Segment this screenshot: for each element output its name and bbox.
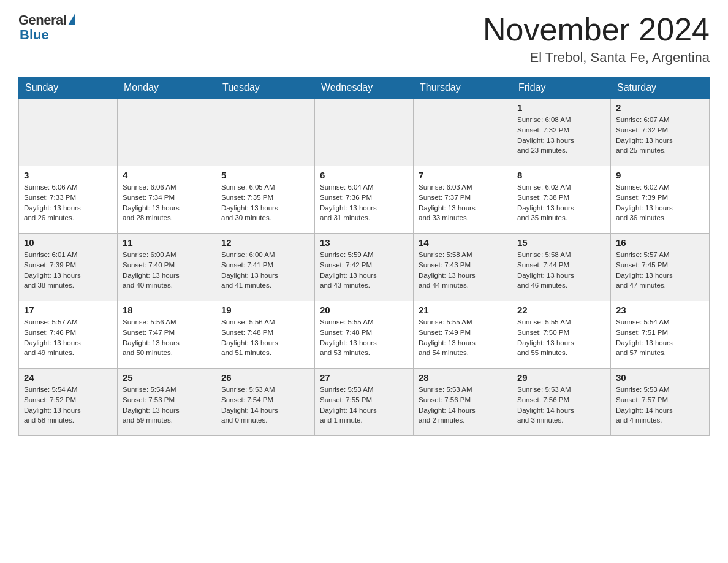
day-info: Sunrise: 5:57 AM Sunset: 7:45 PM Dayligh… — [616, 250, 704, 291]
day-number: 29 — [517, 372, 605, 383]
calendar-cell: 25Sunrise: 5:54 AM Sunset: 7:53 PM Dayli… — [118, 369, 216, 436]
calendar-cell — [216, 99, 315, 166]
day-number: 19 — [221, 305, 309, 315]
day-info: Sunrise: 5:59 AM Sunset: 7:42 PM Dayligh… — [320, 250, 408, 291]
day-info: Sunrise: 5:54 AM Sunset: 7:53 PM Dayligh… — [123, 385, 211, 426]
page-header: General Blue November 2024 El Trebol, Sa… — [18, 12, 710, 66]
calendar-cell — [315, 99, 414, 166]
day-number: 20 — [320, 305, 408, 315]
day-number: 26 — [221, 372, 309, 383]
day-info: Sunrise: 5:57 AM Sunset: 7:46 PM Dayligh… — [24, 317, 112, 358]
day-number: 9 — [616, 170, 704, 180]
logo-general-text: General — [18, 12, 66, 28]
day-number: 14 — [419, 237, 507, 248]
day-number: 11 — [123, 237, 211, 248]
weekday-header-friday: Friday — [512, 77, 611, 99]
title-section: November 2024 El Trebol, Santa Fe, Argen… — [483, 12, 710, 66]
day-info: Sunrise: 6:06 AM Sunset: 7:33 PM Dayligh… — [24, 182, 112, 223]
day-info: Sunrise: 5:58 AM Sunset: 7:44 PM Dayligh… — [517, 250, 605, 291]
calendar-cell: 4Sunrise: 6:06 AM Sunset: 7:34 PM Daylig… — [118, 166, 216, 234]
day-number: 2 — [616, 102, 704, 113]
calendar-cell: 11Sunrise: 6:00 AM Sunset: 7:40 PM Dayli… — [118, 234, 216, 301]
weekday-header-tuesday: Tuesday — [216, 77, 315, 99]
day-number: 22 — [517, 305, 605, 315]
calendar-cell: 10Sunrise: 6:01 AM Sunset: 7:39 PM Dayli… — [19, 234, 118, 301]
logo-blue-text: Blue — [20, 27, 49, 43]
day-info: Sunrise: 6:05 AM Sunset: 7:35 PM Dayligh… — [221, 182, 309, 223]
calendar-cell: 12Sunrise: 6:00 AM Sunset: 7:41 PM Dayli… — [216, 234, 315, 301]
day-number: 8 — [517, 170, 605, 180]
calendar-cell: 21Sunrise: 5:55 AM Sunset: 7:49 PM Dayli… — [414, 301, 512, 369]
day-number: 1 — [517, 102, 605, 113]
day-info: Sunrise: 6:00 AM Sunset: 7:41 PM Dayligh… — [221, 250, 309, 291]
day-number: 13 — [320, 237, 408, 248]
day-info: Sunrise: 6:08 AM Sunset: 7:32 PM Dayligh… — [517, 115, 605, 156]
calendar-table: SundayMondayTuesdayWednesdayThursdayFrid… — [18, 77, 710, 436]
weekday-header-saturday: Saturday — [611, 77, 710, 99]
day-number: 7 — [419, 170, 507, 180]
day-number: 18 — [123, 305, 211, 315]
logo: General Blue — [18, 12, 75, 43]
calendar-cell: 3Sunrise: 6:06 AM Sunset: 7:33 PM Daylig… — [19, 166, 118, 234]
calendar-cell: 1Sunrise: 6:08 AM Sunset: 7:32 PM Daylig… — [512, 99, 611, 166]
calendar-row-1: 1Sunrise: 6:08 AM Sunset: 7:32 PM Daylig… — [19, 99, 710, 166]
day-number: 17 — [24, 305, 112, 315]
calendar-cell: 28Sunrise: 5:53 AM Sunset: 7:56 PM Dayli… — [414, 369, 512, 436]
day-number: 21 — [419, 305, 507, 315]
calendar-cell: 23Sunrise: 5:54 AM Sunset: 7:51 PM Dayli… — [611, 301, 710, 369]
calendar-cell: 6Sunrise: 6:04 AM Sunset: 7:36 PM Daylig… — [315, 166, 414, 234]
day-number: 4 — [123, 170, 211, 180]
location-text: El Trebol, Santa Fe, Argentina — [483, 50, 710, 66]
day-info: Sunrise: 5:56 AM Sunset: 7:47 PM Dayligh… — [123, 317, 211, 358]
day-info: Sunrise: 6:02 AM Sunset: 7:39 PM Dayligh… — [616, 182, 704, 223]
day-info: Sunrise: 5:53 AM Sunset: 7:57 PM Dayligh… — [616, 385, 704, 426]
calendar-cell: 27Sunrise: 5:53 AM Sunset: 7:55 PM Dayli… — [315, 369, 414, 436]
day-number: 5 — [221, 170, 309, 180]
calendar-cell: 13Sunrise: 5:59 AM Sunset: 7:42 PM Dayli… — [315, 234, 414, 301]
day-info: Sunrise: 6:03 AM Sunset: 7:37 PM Dayligh… — [419, 182, 507, 223]
calendar-cell: 16Sunrise: 5:57 AM Sunset: 7:45 PM Dayli… — [611, 234, 710, 301]
calendar-cell: 22Sunrise: 5:55 AM Sunset: 7:50 PM Dayli… — [512, 301, 611, 369]
day-info: Sunrise: 5:55 AM Sunset: 7:48 PM Dayligh… — [320, 317, 408, 358]
day-number: 28 — [419, 372, 507, 383]
day-info: Sunrise: 5:55 AM Sunset: 7:49 PM Dayligh… — [419, 317, 507, 358]
calendar-row-4: 17Sunrise: 5:57 AM Sunset: 7:46 PM Dayli… — [19, 301, 710, 369]
day-info: Sunrise: 5:54 AM Sunset: 7:51 PM Dayligh… — [616, 317, 704, 358]
day-info: Sunrise: 5:53 AM Sunset: 7:54 PM Dayligh… — [221, 385, 309, 426]
calendar-cell: 24Sunrise: 5:54 AM Sunset: 7:52 PM Dayli… — [19, 369, 118, 436]
day-number: 15 — [517, 237, 605, 248]
month-title: November 2024 — [483, 12, 710, 47]
day-info: Sunrise: 6:01 AM Sunset: 7:39 PM Dayligh… — [24, 250, 112, 291]
calendar-cell: 17Sunrise: 5:57 AM Sunset: 7:46 PM Dayli… — [19, 301, 118, 369]
day-number: 30 — [616, 372, 704, 383]
day-number: 10 — [24, 237, 112, 248]
day-number: 16 — [616, 237, 704, 248]
calendar-cell: 2Sunrise: 6:07 AM Sunset: 7:32 PM Daylig… — [611, 99, 710, 166]
calendar-row-5: 24Sunrise: 5:54 AM Sunset: 7:52 PM Dayli… — [19, 369, 710, 436]
calendar-cell: 15Sunrise: 5:58 AM Sunset: 7:44 PM Dayli… — [512, 234, 611, 301]
day-number: 12 — [221, 237, 309, 248]
calendar-cell — [118, 99, 216, 166]
day-number: 27 — [320, 372, 408, 383]
day-info: Sunrise: 6:00 AM Sunset: 7:40 PM Dayligh… — [123, 250, 211, 291]
calendar-row-2: 3Sunrise: 6:06 AM Sunset: 7:33 PM Daylig… — [19, 166, 710, 234]
day-info: Sunrise: 5:55 AM Sunset: 7:50 PM Dayligh… — [517, 317, 605, 358]
day-number: 24 — [24, 372, 112, 383]
day-info: Sunrise: 5:54 AM Sunset: 7:52 PM Dayligh… — [24, 385, 112, 426]
calendar-cell: 14Sunrise: 5:58 AM Sunset: 7:43 PM Dayli… — [414, 234, 512, 301]
day-info: Sunrise: 6:04 AM Sunset: 7:36 PM Dayligh… — [320, 182, 408, 223]
day-number: 6 — [320, 170, 408, 180]
weekday-header-thursday: Thursday — [414, 77, 512, 99]
day-info: Sunrise: 5:53 AM Sunset: 7:56 PM Dayligh… — [517, 385, 605, 426]
weekday-header-monday: Monday — [118, 77, 216, 99]
calendar-row-3: 10Sunrise: 6:01 AM Sunset: 7:39 PM Dayli… — [19, 234, 710, 301]
day-info: Sunrise: 5:56 AM Sunset: 7:48 PM Dayligh… — [221, 317, 309, 358]
calendar-cell: 29Sunrise: 5:53 AM Sunset: 7:56 PM Dayli… — [512, 369, 611, 436]
calendar-cell: 7Sunrise: 6:03 AM Sunset: 7:37 PM Daylig… — [414, 166, 512, 234]
day-info: Sunrise: 6:07 AM Sunset: 7:32 PM Dayligh… — [616, 115, 704, 156]
calendar-cell: 19Sunrise: 5:56 AM Sunset: 7:48 PM Dayli… — [216, 301, 315, 369]
calendar-cell: 26Sunrise: 5:53 AM Sunset: 7:54 PM Dayli… — [216, 369, 315, 436]
weekday-header-row: SundayMondayTuesdayWednesdayThursdayFrid… — [19, 77, 710, 99]
calendar-cell: 18Sunrise: 5:56 AM Sunset: 7:47 PM Dayli… — [118, 301, 216, 369]
day-info: Sunrise: 5:53 AM Sunset: 7:56 PM Dayligh… — [419, 385, 507, 426]
